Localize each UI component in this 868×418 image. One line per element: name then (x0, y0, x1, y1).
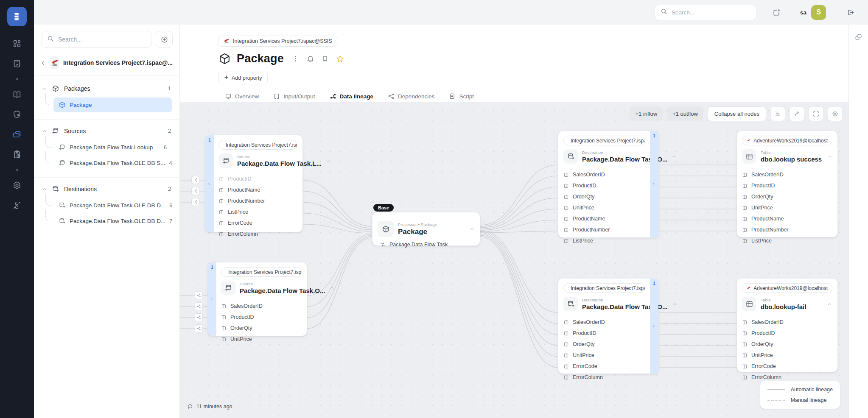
collapse-node-icon[interactable] (326, 158, 331, 164)
column-row[interactable]: ProductNumber (218, 195, 297, 206)
app-logo-icon[interactable] (7, 7, 27, 26)
column-row[interactable]: ProductID (742, 180, 832, 191)
bell-icon[interactable] (306, 55, 314, 63)
column-row[interactable]: UnitPrice (563, 202, 645, 213)
sidebar-group-packages[interactable]: Packages 1 (34, 80, 179, 98)
column-row[interactable]: ListPrice (563, 235, 645, 246)
column-row[interactable]: ListPrice (218, 206, 297, 217)
inflow-pill[interactable]: +1 inflow (630, 106, 663, 121)
column-row[interactable]: OrderQty (563, 339, 645, 350)
global-search-input[interactable] (655, 5, 756, 20)
column-row[interactable]: ProductNumber (563, 224, 645, 235)
sidebar-group-destinations[interactable]: Destinations 2 (34, 180, 179, 198)
edge-expand-button[interactable] (191, 187, 199, 195)
export-icon[interactable] (790, 106, 804, 121)
platform-chip[interactable]: SSISIntegration Services Project7.ispac.… (563, 136, 645, 145)
rail-clipboard-clock-icon[interactable] (11, 149, 22, 160)
node-expand-strip[interactable]: 1 (205, 135, 214, 232)
column-row[interactable]: OrderQty (742, 339, 832, 350)
column-row[interactable]: UnitPrice (742, 202, 832, 213)
sidebar-item-package-data-flow-task-ole-db-d-[interactable]: Package.Data Flow Task.OLE DB D... 6 (53, 198, 172, 213)
expand-panel-icon[interactable] (854, 33, 862, 418)
edge-expand-button[interactable] (195, 291, 203, 299)
kebab-menu-icon[interactable] (292, 55, 299, 62)
collapse-node-icon[interactable] (827, 301, 832, 307)
lineage-node-dest-fail[interactable]: 1 SSISIntegration Services Project7.ispa… (558, 278, 659, 374)
column-row[interactable]: SalesOrderID (742, 317, 832, 328)
outflow-pill[interactable]: +1 outflow (667, 106, 703, 121)
chevron-up-icon[interactable] (42, 86, 47, 92)
column-row[interactable]: SalesOrderID (563, 169, 645, 180)
lineage-node-processor[interactable]: Base Processor • Package Package Package… (372, 212, 480, 246)
column-row[interactable]: UnitPrice (563, 350, 645, 361)
edge-expand-button[interactable] (195, 302, 203, 310)
column-row[interactable]: ProductID (563, 328, 645, 339)
rail-book-icon[interactable] (11, 89, 22, 100)
download-icon[interactable] (770, 106, 785, 121)
project-row[interactable]: SSIS Integration Services Project7.ispac… (34, 53, 179, 75)
platform-chip[interactable]: AdventureWorks2019@localhost (742, 136, 832, 145)
gear-icon[interactable] (828, 106, 843, 121)
rail-document-check-icon[interactable] (11, 58, 22, 69)
column-row[interactable]: SalesOrderID (563, 317, 645, 328)
chevron-left-icon[interactable] (40, 60, 46, 66)
column-row[interactable]: OrderQty (221, 323, 302, 334)
rail-shield-star-icon[interactable] (11, 109, 22, 120)
rail-dashboard-icon[interactable] (11, 38, 22, 49)
sidebar-item-package-data-flow-task-lookup[interactable]: Package.Data Flow Task.Lookup 6 (53, 140, 172, 155)
lineage-node-table-fail[interactable]: AdventureWorks2019@localhost Table dbo.l… (736, 278, 838, 372)
collapse-node-icon[interactable] (672, 154, 677, 159)
platform-chip[interactable]: SSISIntegration Services Project7.ispac.… (221, 267, 302, 277)
column-row[interactable]: OrderQty (563, 191, 645, 202)
add-property-button[interactable]: Add property (218, 72, 268, 84)
sidebar-item-package[interactable]: Package (53, 98, 172, 112)
edge-expand-button[interactable] (191, 198, 199, 206)
rail-plug-icon[interactable] (11, 200, 22, 211)
lineage-node-src-oledb[interactable]: 1 SSISIntegration Services Project7.ispa… (207, 262, 307, 336)
rail-folders-icon[interactable] (11, 129, 22, 140)
avatar[interactable]: S (811, 5, 826, 20)
collapse-node-icon[interactable] (672, 301, 677, 307)
edge-expand-button[interactable] (195, 324, 203, 332)
column-row[interactable]: ErrorColumn (563, 372, 645, 383)
collapse-node-icon[interactable] (469, 226, 475, 232)
collapse-node-icon[interactable] (827, 154, 832, 159)
platform-chip[interactable]: SSISIntegration Services Project7.ispac.… (218, 140, 297, 150)
column-row[interactable]: UnitPrice (221, 334, 302, 345)
column-row[interactable]: ProductID (563, 180, 645, 191)
sidebar-search-input[interactable] (42, 31, 151, 48)
column-row[interactable]: ProductNumber (742, 224, 832, 235)
rail-hexagon-nut-icon[interactable] (11, 180, 22, 191)
lineage-node-dest-success[interactable]: 1 SSISIntegration Services Project7.ispa… (558, 131, 659, 238)
column-row[interactable]: ProductName (218, 184, 297, 195)
sidebar-group-sources[interactable]: Sources 2 (34, 122, 179, 140)
collapse-node-icon[interactable] (329, 285, 335, 291)
column-row[interactable]: UnitPrice (742, 350, 832, 361)
global-search-field[interactable] (672, 9, 750, 16)
chevron-up-icon[interactable] (42, 128, 47, 134)
logout-icon[interactable] (846, 8, 854, 17)
add-connection-button[interactable] (156, 31, 173, 48)
sidebar-search-field[interactable] (58, 36, 146, 43)
node-expand-strip[interactable]: 1 (650, 131, 658, 237)
lineage-canvas[interactable]: +1 inflow +1 outflow Collapse all nodes … (180, 102, 848, 418)
lineage-node-src-lookup[interactable]: 1 SSISIntegration Services Project7.ispa… (205, 135, 303, 232)
refresh-icon[interactable] (187, 403, 193, 410)
column-row[interactable]: ProductName (742, 213, 832, 224)
column-row[interactable]: OrderQty (742, 191, 832, 202)
column-row[interactable]: ProductID (218, 173, 297, 184)
breadcrumb[interactable]: SSIS Integration Services Project7.ispac… (218, 36, 337, 47)
edge-expand-button[interactable] (195, 313, 203, 321)
platform-chip[interactable]: SSISIntegration Services Project7.ispac.… (563, 283, 645, 293)
column-row[interactable]: ProductID (742, 328, 832, 339)
share-icon[interactable] (773, 8, 781, 17)
sidebar-item-package-data-flow-task-ole-db-s-[interactable]: Package.Data Flow Task.OLE DB S... 4 (53, 156, 172, 170)
column-row[interactable]: SalesOrderID (221, 301, 302, 312)
column-row[interactable]: ErrorCode (742, 361, 832, 372)
column-row[interactable]: SalesOrderID (742, 169, 832, 180)
bookmark-icon[interactable] (322, 55, 329, 62)
platform-chip[interactable]: AdventureWorks2019@localhost (742, 283, 832, 293)
sidebar-item-package-data-flow-task-ole-db-d-[interactable]: Package.Data Flow Task.OLE DB D... 7 (53, 214, 172, 229)
column-row[interactable]: ErrorColumn (218, 229, 297, 240)
column-row[interactable]: ListPrice (742, 235, 832, 246)
